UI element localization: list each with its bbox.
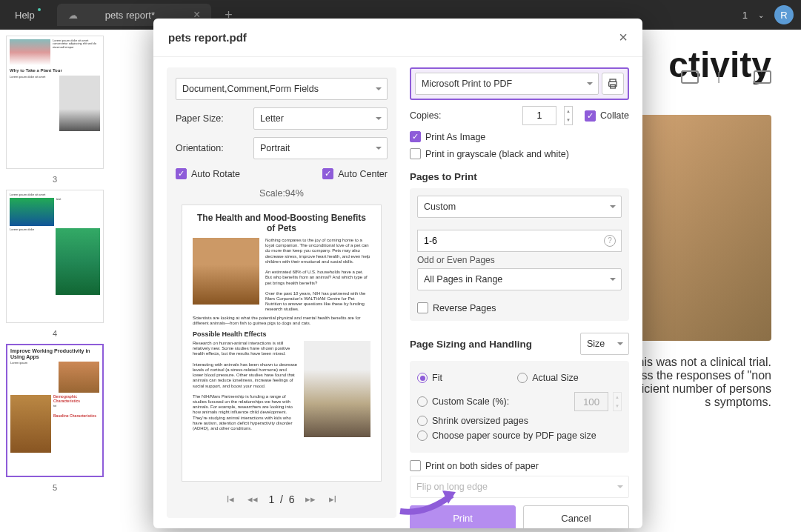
paper-source-radio[interactable] bbox=[417, 430, 428, 441]
page-sizing-heading: Page Sizing and Handling bbox=[410, 339, 532, 350]
shrink-label: Shrink oversized pages bbox=[432, 416, 528, 426]
pages-to-print-panel: Custom ? Odd or Even Pages All Pages in … bbox=[410, 188, 629, 321]
first-page-button[interactable]: I◂ bbox=[224, 491, 238, 508]
grayscale-checkbox[interactable] bbox=[410, 148, 421, 159]
user-count: 1 bbox=[742, 10, 748, 21]
close-dialog-button[interactable]: × bbox=[619, 29, 628, 46]
preview-image bbox=[304, 341, 370, 437]
auto-center-label: Auto Center bbox=[338, 169, 388, 179]
print-options-select[interactable]: Document,Comment,Form Fields bbox=[176, 78, 388, 100]
printer-icon bbox=[607, 78, 619, 90]
page-preview: The Health and Mood-Boosting Benefits of… bbox=[182, 205, 382, 482]
reverse-pages-label: Reverse Pages bbox=[433, 303, 496, 313]
thumb-heading: Improve Working Productivity in Using Ap… bbox=[10, 348, 99, 359]
actual-size-radio[interactable] bbox=[517, 373, 528, 383]
actual-size-label: Actual Size bbox=[532, 373, 579, 383]
thumb-number: 3 bbox=[6, 175, 104, 184]
scale-spinner[interactable]: ▲▼ bbox=[613, 392, 622, 411]
current-page: 1 bbox=[268, 493, 274, 505]
page-range-input[interactable] bbox=[417, 230, 622, 252]
print-as-image-checkbox[interactable]: ✓ bbox=[410, 131, 421, 142]
page-thumb-selected[interactable]: Improve Working Productivity in Using Ap… bbox=[6, 344, 104, 477]
auto-rotate-checkbox[interactable]: ✓ bbox=[176, 168, 187, 179]
printer-select-highlight: Microsoft Print to PDF bbox=[410, 67, 629, 100]
scale-text: Scale:94% bbox=[176, 188, 388, 199]
custom-scale-input[interactable] bbox=[574, 392, 608, 411]
copies-input[interactable] bbox=[522, 106, 556, 125]
page-sizing-panel: Fit Actual Size Custom Scale (%): ▲▼ Shr… bbox=[410, 361, 629, 453]
preview-subtitle: Possible Health Effects bbox=[193, 330, 370, 338]
orientation-label: Orientation: bbox=[176, 143, 253, 153]
both-sides-label: Print on both sides of paper bbox=[425, 461, 539, 471]
odd-even-select[interactable]: All Pages in Range bbox=[417, 268, 622, 290]
custom-scale-label: Custom Scale (%): bbox=[432, 396, 509, 407]
sizing-mode-select[interactable]: Size bbox=[580, 333, 629, 355]
thumb-number: 5 bbox=[6, 483, 104, 492]
preview-image bbox=[193, 238, 259, 305]
shrink-radio[interactable] bbox=[417, 416, 428, 426]
dialog-title: pets report.pdf bbox=[168, 31, 247, 44]
help-icon[interactable]: ? bbox=[604, 235, 616, 247]
presentation-icon[interactable] bbox=[681, 70, 699, 84]
print-button[interactable]: Print bbox=[410, 505, 516, 528]
total-pages: 6 bbox=[289, 493, 295, 505]
topbar-right: 1 ⌄ R bbox=[742, 5, 794, 24]
pages-mode-select[interactable]: Custom bbox=[417, 196, 622, 218]
pages-to-print-heading: Pages to Print bbox=[410, 171, 629, 182]
view-toolbar: | bbox=[681, 70, 771, 84]
fit-radio[interactable] bbox=[417, 373, 428, 383]
cancel-button[interactable]: Cancel bbox=[523, 505, 629, 528]
printer-properties-button[interactable] bbox=[602, 73, 624, 95]
print-settings-panel: Microsoft Print to PDF Copies: ▲▼ ✓Colla… bbox=[410, 67, 629, 518]
reading-mode-icon[interactable] bbox=[754, 70, 771, 84]
printer-select[interactable]: Microsoft Print to PDF bbox=[415, 73, 599, 95]
orientation-select[interactable]: Portrait bbox=[253, 137, 388, 159]
chevron-down-icon[interactable]: ⌄ bbox=[758, 11, 764, 19]
print-preview-panel: Document,Comment,Form Fields Paper Size:… bbox=[167, 67, 396, 518]
print-as-image-label: Print As Image bbox=[425, 132, 485, 142]
user-avatar[interactable]: R bbox=[774, 5, 794, 24]
thumb-number: 4 bbox=[6, 329, 104, 338]
copies-label: Copies: bbox=[410, 110, 515, 121]
custom-scale-radio[interactable] bbox=[417, 396, 428, 407]
collate-label: Collate bbox=[600, 110, 629, 121]
preview-title: The Health and Mood-Boosting Benefits of… bbox=[193, 213, 370, 233]
last-page-button[interactable]: ▸I bbox=[326, 491, 340, 508]
paper-size-label: Paper Size: bbox=[176, 113, 253, 124]
preview-pager: I◂ ◂◂ 1 / 6 ▸▸ ▸I bbox=[176, 491, 388, 508]
page-thumb[interactable]: Lorem ipsum dolor sit amet consectetur a… bbox=[6, 36, 104, 169]
tab-title: pets report* bbox=[105, 10, 155, 21]
prev-page-button[interactable]: ◂◂ bbox=[245, 491, 261, 508]
odd-even-label: Odd or Even Pages bbox=[417, 255, 622, 265]
cloud-icon: ☁ bbox=[68, 10, 78, 21]
print-dialog: pets report.pdf × Document,Comment,Form … bbox=[153, 19, 642, 528]
collate-checkbox[interactable]: ✓ bbox=[585, 110, 596, 122]
thumbnail-sidebar: Lorem ipsum dolor sit amet consectetur a… bbox=[0, 30, 110, 532]
both-sides-checkbox[interactable] bbox=[410, 460, 421, 471]
dialog-header: pets report.pdf × bbox=[153, 19, 642, 57]
flip-select: Flip on long edge bbox=[410, 476, 629, 498]
paper-size-select[interactable]: Letter bbox=[253, 107, 388, 130]
auto-rotate-label: Auto Rotate bbox=[191, 169, 240, 179]
thumb-heading: Why to Take a Plant Tour bbox=[10, 68, 100, 73]
reverse-pages-checkbox[interactable] bbox=[417, 302, 428, 313]
paper-source-label: Choose paper source by PDF page size bbox=[432, 430, 596, 441]
auto-center-checkbox[interactable]: ✓ bbox=[322, 168, 333, 179]
help-menu[interactable]: Help bbox=[7, 7, 42, 24]
copies-spinner[interactable]: ▲▼ bbox=[564, 106, 573, 125]
next-page-button[interactable]: ▸▸ bbox=[302, 491, 319, 508]
page-thumb[interactable]: Lorem ipsum dolor sit amet text Lorem ip… bbox=[6, 190, 104, 323]
grayscale-label: Print in grayscale (black and white) bbox=[425, 149, 569, 159]
fit-label: Fit bbox=[432, 373, 442, 383]
